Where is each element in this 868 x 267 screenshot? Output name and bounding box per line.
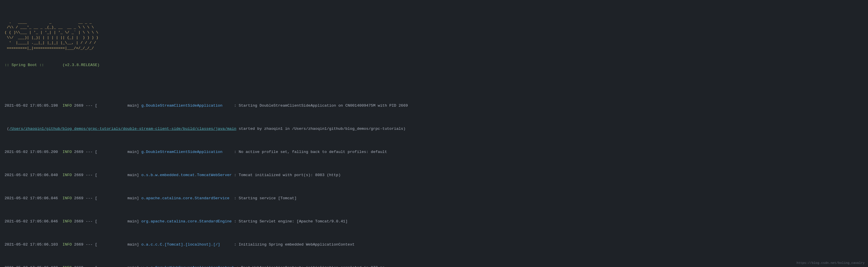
log-line-1: 2021-05-02 17:05:05.198 INFO 2669 --- [ … — [5, 103, 863, 109]
ascii-line-4: \\/ ___)| |_)| | | | | || (_| | ) ) ) ) — [5, 35, 98, 40]
ascii-art-banner: . ____ _ __ _ _ /\\ / ___'_ __ _ _(_)_ _… — [5, 14, 863, 51]
terminal-output: . ____ _ __ _ _ /\\ / ___'_ __ _ _(_)_ _… — [5, 3, 863, 267]
log-line-3: 2021-05-02 17:05:06.040 INFO 2669 --- [ … — [5, 172, 863, 178]
ascii-line-3: ( ( )\\___ | '_ | '_| | '_ \/ _` | \ \ \… — [5, 30, 98, 35]
spring-boot-label: :: Spring Boot :: (v2.3.8.RELEASE) — [5, 63, 99, 67]
spring-version-line: :: Spring Boot :: (v2.3.8.RELEASE) — [5, 62, 863, 68]
footer-link[interactable]: https://blog.csdn.net/boling_cavalry — [797, 261, 865, 266]
log-line-7: 2021-05-02 17:05:06.103 INFO 2669 --- [ … — [5, 265, 863, 267]
log-line-2: 2021-05-02 17:05:05.200 INFO 2669 --- [ … — [5, 149, 863, 155]
ascii-line-2: /\\ / ___'_ __ _ _(_)_ __ __ _ \ \ \ \ — [5, 25, 94, 29]
ascii-line-6: =========|_|==============|___/=/_/_/_/ — [5, 46, 94, 50]
log-line-5: 2021-05-02 17:05:06.046 INFO 2669 --- [ … — [5, 219, 863, 224]
ascii-line-5: ' |____| .__|_| |_|_| |_\__, | / / / / — [5, 41, 96, 45]
source-path-link[interactable]: /Users/zhaoqin1/github/blog_demos/grpc-t… — [9, 127, 236, 131]
log-line-link: (/Users/zhaoqin1/github/blog_demos/grpc-… — [5, 126, 863, 132]
log-line-6: 2021-05-02 17:05:06.103 INFO 2669 --- [ … — [5, 242, 863, 247]
log-line-4: 2021-05-02 17:05:06.046 INFO 2669 --- [ … — [5, 196, 863, 201]
log-container: 2021-05-02 17:05:05.198 INFO 2669 --- [ … — [5, 86, 863, 267]
ascii-line-1: . ____ _ __ _ _ — [5, 20, 92, 24]
